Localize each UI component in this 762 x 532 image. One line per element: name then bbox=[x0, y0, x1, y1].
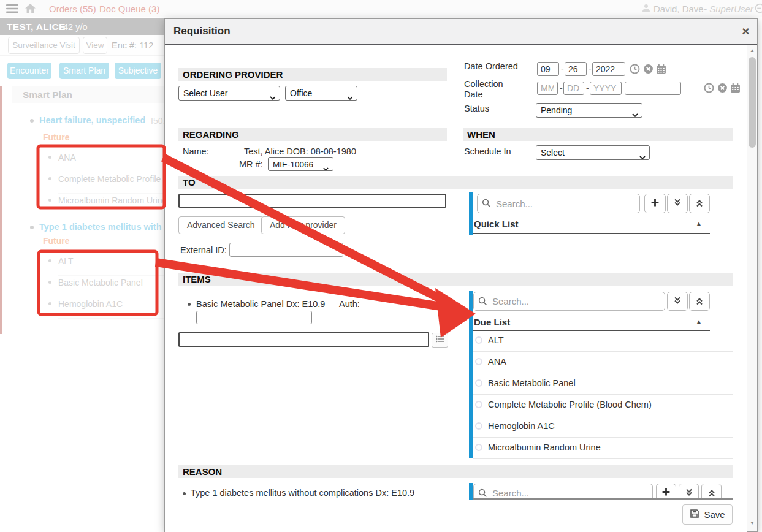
clock-icon[interactable] bbox=[704, 83, 714, 93]
scroll-down-icon[interactable]: ▼ bbox=[747, 520, 757, 526]
expand-all-button[interactable] bbox=[679, 484, 699, 500]
clear-date-icon[interactable] bbox=[643, 64, 653, 74]
to-recipient-input[interactable] bbox=[178, 194, 446, 208]
due-list-item-radio[interactable] bbox=[475, 336, 482, 344]
add-new-provider-button[interactable]: Add new provider bbox=[261, 216, 345, 234]
collection-time-input[interactable] bbox=[625, 82, 681, 95]
panel-accent-border bbox=[0, 86, 2, 334]
due-list-item[interactable]: Hemoglobin A1C bbox=[473, 416, 733, 438]
reason-panel-clip-line bbox=[473, 498, 733, 500]
due-list-item[interactable]: Complete Metabolic Profile (Blood Chem) bbox=[473, 395, 733, 416]
collapse-all-button[interactable] bbox=[701, 484, 722, 500]
bullet-dot bbox=[48, 199, 51, 202]
due-list-item-radio[interactable] bbox=[475, 358, 482, 365]
collection-day-input[interactable] bbox=[563, 82, 584, 95]
smart-plan-title: Smart Plan bbox=[23, 89, 72, 101]
status-label: Status bbox=[464, 104, 489, 113]
nav-orders-link[interactable]: Orders (55) bbox=[49, 4, 96, 14]
chevron-down-icon bbox=[270, 91, 276, 95]
tab-smart-plan[interactable]: Smart Plan bbox=[59, 63, 109, 79]
section-header-items: ITEMS bbox=[178, 273, 733, 286]
due-list-item-radio[interactable] bbox=[475, 379, 482, 387]
ordering-provider-location-select[interactable]: Office bbox=[285, 86, 357, 101]
hamburger-menu-icon[interactable] bbox=[6, 4, 18, 13]
patient-age: 42 y/o bbox=[63, 22, 88, 32]
tab-encounter[interactable]: Encounter bbox=[7, 63, 51, 79]
calendar-icon[interactable] bbox=[730, 83, 741, 93]
expand-all-button[interactable] bbox=[667, 292, 688, 311]
due-list-item[interactable]: Microalbumin Random Urine bbox=[473, 438, 733, 459]
reason-line-item: Type 1 diabetes mellitus without complic… bbox=[191, 488, 414, 498]
phase-label: Future bbox=[43, 236, 70, 246]
date-separator: - bbox=[561, 64, 564, 74]
date-ordered-day-input[interactable] bbox=[565, 62, 587, 76]
bullet-dot bbox=[30, 226, 34, 229]
collapse-triangle-icon[interactable]: ▲ bbox=[696, 318, 702, 325]
bullet-dot bbox=[48, 259, 51, 262]
nav-doc-queue-link[interactable]: Doc Queue (3) bbox=[99, 4, 159, 14]
modal-header: Requisition bbox=[165, 19, 757, 45]
schedule-in-select[interactable]: Select bbox=[536, 145, 650, 160]
due-list-item-radio[interactable] bbox=[475, 444, 482, 451]
clock-icon[interactable] bbox=[630, 64, 640, 74]
quick-list-search-input[interactable] bbox=[477, 194, 640, 213]
due-list-item[interactable]: ANA bbox=[473, 352, 733, 373]
due-list-item-radio[interactable] bbox=[475, 422, 482, 430]
date-separator: - bbox=[586, 83, 589, 93]
calendar-icon[interactable] bbox=[656, 64, 666, 74]
diagnosis-link-heart-failure[interactable]: Heart failure, unspecified bbox=[39, 115, 145, 125]
view-button[interactable]: View bbox=[83, 37, 107, 54]
tab-subjective[interactable]: Subjective bbox=[115, 63, 161, 79]
regarding-name-value: Test, Alice DOB: 08-08-1980 bbox=[244, 146, 356, 156]
home-icon[interactable] bbox=[25, 3, 36, 13]
collection-month-input[interactable] bbox=[537, 82, 558, 95]
external-id-label: External ID: bbox=[180, 245, 227, 255]
collapse-all-button[interactable] bbox=[689, 292, 710, 311]
due-list-item-radio[interactable] bbox=[475, 401, 482, 408]
ordering-provider-user-select[interactable]: Select User bbox=[178, 86, 280, 101]
date-ordered-month-input[interactable] bbox=[537, 62, 559, 76]
modal-footer: Save bbox=[165, 500, 747, 532]
clear-date-icon[interactable] bbox=[717, 83, 728, 93]
collection-year-input[interactable] bbox=[590, 82, 622, 95]
collapse-triangle-icon[interactable]: ▲ bbox=[696, 220, 702, 227]
chevrons-down-icon bbox=[685, 488, 693, 499]
add-button[interactable] bbox=[644, 194, 666, 213]
auth-input[interactable] bbox=[196, 311, 312, 324]
modal-scrollbar[interactable]: ▲ ▼ bbox=[747, 45, 757, 531]
logout-icon[interactable] bbox=[755, 3, 762, 13]
save-label: Save bbox=[704, 509, 725, 520]
chevron-down-icon bbox=[632, 108, 638, 112]
date-ordered-year-input[interactable] bbox=[592, 62, 625, 76]
quick-list-underline bbox=[473, 233, 710, 234]
reason-accent-bar bbox=[469, 483, 473, 500]
save-icon bbox=[690, 509, 699, 520]
scroll-up-icon[interactable]: ▲ bbox=[747, 48, 757, 53]
diagnosis-link-diabetes[interactable]: Type 1 diabetes mellitus with bbox=[39, 222, 162, 232]
user-name: David, Dave bbox=[653, 4, 704, 14]
due-list-search-input[interactable] bbox=[473, 292, 665, 311]
mr-number-select[interactable]: MIE-10066 bbox=[268, 157, 333, 171]
advanced-search-button[interactable]: Advanced Search bbox=[178, 216, 264, 234]
items-search-input[interactable] bbox=[178, 332, 429, 347]
external-id-input[interactable] bbox=[229, 243, 343, 257]
modal-title: Requisition bbox=[173, 25, 231, 37]
chevron-down-icon bbox=[323, 162, 329, 166]
save-button[interactable]: Save bbox=[682, 504, 733, 525]
scrollbar-thumb[interactable] bbox=[749, 57, 756, 148]
collapse-all-button[interactable] bbox=[689, 194, 710, 213]
bullet-dot bbox=[30, 119, 34, 123]
plus-icon bbox=[650, 198, 660, 210]
expand-all-button[interactable] bbox=[667, 194, 688, 213]
close-button[interactable]: × bbox=[734, 19, 757, 45]
due-list-item[interactable]: Basic Metabolic Panel bbox=[473, 373, 733, 395]
reason-search-input[interactable] bbox=[473, 484, 653, 500]
chevrons-up-icon bbox=[707, 489, 716, 498]
list-select-button[interactable] bbox=[432, 333, 448, 348]
app-root: Orders (55) Doc Queue (3) David, Dave - … bbox=[0, 0, 762, 532]
bullet-dot bbox=[48, 156, 51, 159]
visit-type-button[interactable]: Surveillance Visit bbox=[8, 37, 80, 54]
add-button[interactable] bbox=[656, 484, 676, 500]
status-select[interactable]: Pending bbox=[536, 103, 642, 118]
due-list-item[interactable]: ALT bbox=[473, 330, 733, 352]
